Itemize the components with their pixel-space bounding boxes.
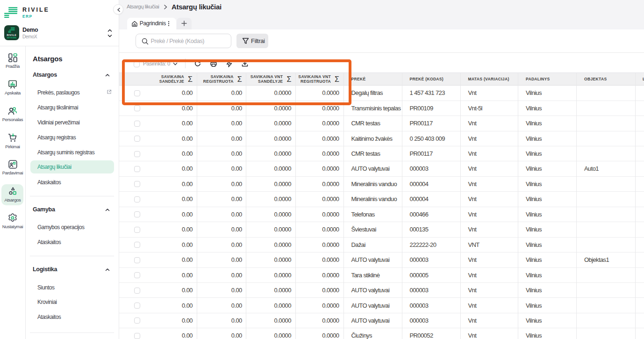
svg-text:RIVILE: RIVILE [7,34,17,36]
svg-text:ERP·MGAMA: ERP·MGAMA [7,37,17,39]
